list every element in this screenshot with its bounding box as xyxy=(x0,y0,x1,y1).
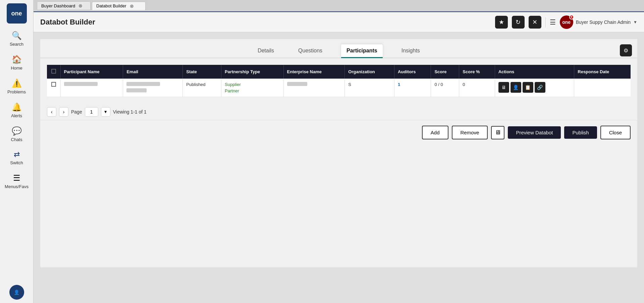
sidebar-item-label: Home xyxy=(11,66,22,71)
participants-table: Participant Name Email State Partnership… xyxy=(47,65,631,97)
header-bar: Databot Builder ★ ↻ ✕ ☰ one ★ Buyer Supp… xyxy=(34,12,644,32)
enterprise-name-cell xyxy=(283,79,345,97)
tab-close-buyer-dashboard[interactable]: ⊗ xyxy=(78,3,83,8)
sidebar-item-label: Alerts xyxy=(11,113,22,118)
viewing-text: Viewing 1-1 of 1 xyxy=(113,109,147,115)
table-header-participant-name: Participant Name xyxy=(60,65,123,79)
score-pct-value: 0 xyxy=(463,82,465,87)
organization-value: S xyxy=(348,82,351,87)
sidebar-item-alerts[interactable]: 🔔 Alerts xyxy=(0,98,33,122)
tab-questions[interactable]: Questions xyxy=(293,44,328,58)
header-right: ★ ↻ ✕ ☰ one ★ Buyer Suppy Chain Admin ▼ xyxy=(495,15,637,29)
participant-name-cell xyxy=(60,79,123,97)
table-wrapper: Participant Name Email State Partnership… xyxy=(40,58,637,104)
close-button[interactable]: Close xyxy=(600,126,631,139)
page-input[interactable] xyxy=(85,107,98,117)
partnership-type-cell: Supplier Partner xyxy=(221,79,284,97)
table-row: Published Supplier Partner S xyxy=(47,79,631,97)
sidebar-item-menus-favs[interactable]: ☰ Menus/Favs xyxy=(0,169,33,193)
tab-close-databot-builder[interactable]: ⊗ xyxy=(129,3,135,9)
email-cell xyxy=(123,79,183,97)
action-link-button[interactable]: 🔗 xyxy=(535,82,545,93)
partnership-supplier: Supplier xyxy=(225,82,280,87)
select-all-checkbox[interactable] xyxy=(51,69,56,74)
action-icon-button[interactable]: 🖥 xyxy=(491,126,504,139)
sidebar-item-switch[interactable]: ⇄ Switch xyxy=(0,146,33,169)
organization-cell: S xyxy=(345,79,394,97)
sidebar-item-chats[interactable]: 💬 Chats xyxy=(0,122,33,146)
tab-databot-builder[interactable]: Databot Builder ⊗ xyxy=(92,2,146,10)
score-value: 0 / 0 xyxy=(434,82,443,87)
close-header-button[interactable]: ✕ xyxy=(529,16,541,29)
menu-button[interactable]: ☰ xyxy=(550,18,556,26)
sidebar-item-problems[interactable]: ⚠️ Problems xyxy=(0,75,33,98)
participant-name-redacted xyxy=(64,82,98,86)
table-header-checkbox xyxy=(47,65,60,79)
browser-tab-bar: Buyer Dashboard ⊗ Databot Builder ⊗ xyxy=(34,0,644,12)
search-icon: 🔍 xyxy=(12,31,22,40)
page-dropdown[interactable]: ▼ xyxy=(101,107,110,117)
score-cell: 0 / 0 xyxy=(431,79,459,97)
content-area: Details Questions Participants Insights … xyxy=(34,32,644,303)
sidebar-item-label: Switch xyxy=(10,160,23,165)
partnership-partner: Partner xyxy=(225,88,280,93)
filter-button[interactable]: ⚙ xyxy=(620,44,632,56)
sidebar-item-home[interactable]: 🏠 Home xyxy=(0,51,33,75)
state-published: Published xyxy=(186,82,205,87)
action-copy-button[interactable]: 📋 xyxy=(523,82,533,93)
content-panel: Details Questions Participants Insights … xyxy=(40,39,637,267)
table-header-actions: Actions xyxy=(495,65,574,79)
page-label: Page xyxy=(71,109,82,115)
auditors-cell: 1 xyxy=(394,79,431,97)
enterprise-name-redacted xyxy=(287,82,307,86)
table-header-response-date: Response Date xyxy=(574,65,631,79)
sidebar-item-label: Chats xyxy=(11,137,22,142)
header-separator xyxy=(545,17,546,27)
sidebar-item-label: Menus/Favs xyxy=(5,184,29,189)
publish-button[interactable]: Publish xyxy=(564,126,597,139)
table-header-email: Email xyxy=(123,65,183,79)
response-date-cell xyxy=(574,79,631,97)
sidebar: one 🔍 Search 🏠 Home ⚠️ Problems 🔔 Alerts… xyxy=(0,0,34,303)
page-title: Databot Builder xyxy=(40,18,95,27)
tab-bar: Details Questions Participants Insights xyxy=(40,39,637,58)
tab-details[interactable]: Details xyxy=(252,44,279,58)
auditors-link[interactable]: 1 xyxy=(398,82,400,87)
email-redacted xyxy=(126,82,160,86)
preview-databot-button[interactable]: Preview Databot xyxy=(508,126,561,139)
user-avatar-small[interactable]: 👤 xyxy=(9,285,24,300)
sidebar-item-search[interactable]: 🔍 Search xyxy=(0,27,33,51)
sidebar-bottom: 👤 xyxy=(9,285,24,303)
actions-group: 🖥 👤 📋 🔗 xyxy=(498,82,571,93)
score-pct-cell: 0 xyxy=(459,79,495,97)
pagination-bar: ‹ › Page ▼ Viewing 1-1 of 1 xyxy=(40,104,637,120)
user-dropdown-arrow[interactable]: ▼ xyxy=(633,20,637,25)
tab-buyer-dashboard[interactable]: Buyer Dashboard ⊗ xyxy=(37,1,91,10)
prev-page-button[interactable]: ‹ xyxy=(47,107,56,117)
action-add-user-button[interactable]: 👤 xyxy=(511,82,521,93)
app-logo[interactable]: one xyxy=(7,3,27,24)
bottom-action-bar: Add Remove 🖥 Preview Databot Publish Clo… xyxy=(40,120,637,145)
next-page-button[interactable]: › xyxy=(59,107,68,117)
table-header-score-pct: Score % xyxy=(459,65,495,79)
table-header-state: State xyxy=(183,65,221,79)
table-header-partnership-type: Partnership Type xyxy=(221,65,284,79)
refresh-button[interactable]: ↻ xyxy=(512,16,525,29)
row-checkbox[interactable] xyxy=(51,82,56,87)
tab-insights[interactable]: Insights xyxy=(396,44,425,58)
user-avatar: one ★ xyxy=(560,15,573,29)
star-button[interactable]: ★ xyxy=(495,16,508,29)
user-name: Buyer Suppy Chain Admin xyxy=(576,19,631,25)
table-header-score: Score xyxy=(431,65,459,79)
actions-cell: 🖥 👤 📋 🔗 xyxy=(495,79,574,97)
state-cell: Published xyxy=(183,79,221,97)
table-header-auditors: Auditors xyxy=(394,65,431,79)
email-redacted-2 xyxy=(126,88,147,92)
remove-button[interactable]: Remove xyxy=(452,126,488,139)
problems-icon: ⚠️ xyxy=(12,79,22,88)
add-button[interactable]: Add xyxy=(422,126,448,139)
tab-participants[interactable]: Participants xyxy=(341,44,383,58)
action-view-button[interactable]: 🖥 xyxy=(498,82,509,93)
notification-badge: ★ xyxy=(569,15,574,19)
user-profile[interactable]: one ★ Buyer Suppy Chain Admin ▼ xyxy=(560,15,637,29)
